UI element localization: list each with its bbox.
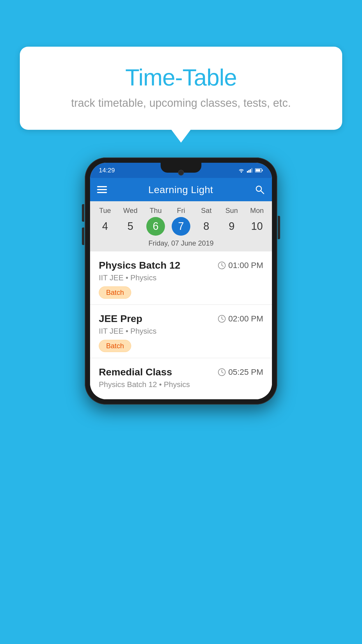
signal-icon — [247, 168, 253, 173]
date-8[interactable]: 8 — [194, 217, 219, 235]
schedule-name-1: Physics Batch 12 — [99, 260, 180, 271]
date-5[interactable]: 5 — [118, 217, 143, 235]
phone-camera — [178, 170, 184, 176]
app-bar: Learning Light — [90, 178, 272, 201]
day-headers: Tue Wed Thu Fri Sat Sun Mon — [90, 206, 272, 215]
power-button — [278, 216, 280, 239]
svg-rect-2 — [250, 169, 251, 173]
selected-date-label: Friday, 07 June 2019 — [90, 236, 272, 251]
day-numbers: 4 5 6 7 8 9 10 — [90, 217, 272, 236]
battery-icon — [255, 168, 263, 172]
schedule-time-3: 05:25 PM — [218, 368, 263, 377]
date-6-today[interactable]: 6 — [146, 217, 165, 236]
phone-notch — [161, 163, 201, 173]
day-wed: Wed — [118, 206, 143, 215]
schedule-item-3[interactable]: Remedial Class 05:25 PM Physics Batch 12… — [90, 358, 272, 399]
date-10[interactable]: 10 — [244, 217, 270, 235]
svg-rect-6 — [262, 170, 263, 171]
tooltip-title: Time-Table — [34, 64, 328, 91]
day-sun: Sun — [219, 206, 244, 215]
clock-icon-2 — [218, 315, 226, 323]
vol-up-button — [82, 204, 84, 222]
badge-batch-1: Batch — [99, 286, 131, 299]
phone-screen: 14:29 — [90, 163, 272, 399]
svg-line-11 — [222, 265, 223, 266]
svg-rect-1 — [248, 170, 249, 173]
calendar-strip: Tue Wed Thu Fri Sat Sun Mon 4 5 6 7 8 9 … — [90, 201, 272, 251]
clock-icon-3 — [218, 368, 226, 376]
day-tue: Tue — [92, 206, 118, 215]
clock-icon-1 — [218, 261, 226, 270]
tooltip-card: Time-Table track timetable, upcoming cla… — [20, 47, 342, 130]
svg-line-14 — [222, 319, 223, 320]
schedule-meta-1: IIT JEE • Physics — [99, 273, 263, 282]
tooltip-subtitle: track timetable, upcoming classes, tests… — [34, 97, 328, 109]
date-4[interactable]: 4 — [92, 217, 118, 235]
svg-line-17 — [222, 372, 223, 373]
status-time: 14:29 — [99, 167, 115, 174]
day-sat: Sat — [194, 206, 219, 215]
schedule-list: Physics Batch 12 01:00 PM IIT JEE • Phys… — [90, 251, 272, 399]
schedule-name-2: JEE Prep — [99, 313, 142, 324]
svg-line-8 — [261, 191, 264, 194]
day-thu: Thu — [143, 206, 168, 215]
status-icons — [238, 168, 263, 173]
svg-rect-5 — [256, 169, 260, 172]
badge-batch-2: Batch — [99, 340, 131, 352]
date-9[interactable]: 9 — [219, 217, 244, 235]
hamburger-menu-button[interactable] — [97, 186, 107, 193]
svg-rect-0 — [247, 171, 248, 173]
schedule-meta-3: Physics Batch 12 • Physics — [99, 380, 263, 389]
phone-mockup: 14:29 — [85, 158, 277, 405]
vol-down-button — [82, 228, 84, 245]
schedule-time-2: 02:00 PM — [218, 314, 263, 323]
search-button[interactable] — [254, 184, 265, 195]
schedule-name-3: Remedial Class — [99, 366, 172, 378]
svg-rect-3 — [251, 168, 252, 173]
date-7-selected[interactable]: 7 — [172, 217, 190, 236]
day-fri: Fri — [168, 206, 194, 215]
app-title: Learning Light — [148, 184, 213, 195]
schedule-time-1: 01:00 PM — [218, 261, 263, 270]
schedule-item-2[interactable]: JEE Prep 02:00 PM IIT JEE • Physics Batc… — [90, 305, 272, 358]
schedule-meta-2: IIT JEE • Physics — [99, 327, 263, 336]
schedule-item-1[interactable]: Physics Batch 12 01:00 PM IIT JEE • Phys… — [90, 251, 272, 305]
wifi-icon — [238, 168, 245, 173]
day-mon: Mon — [244, 206, 270, 215]
